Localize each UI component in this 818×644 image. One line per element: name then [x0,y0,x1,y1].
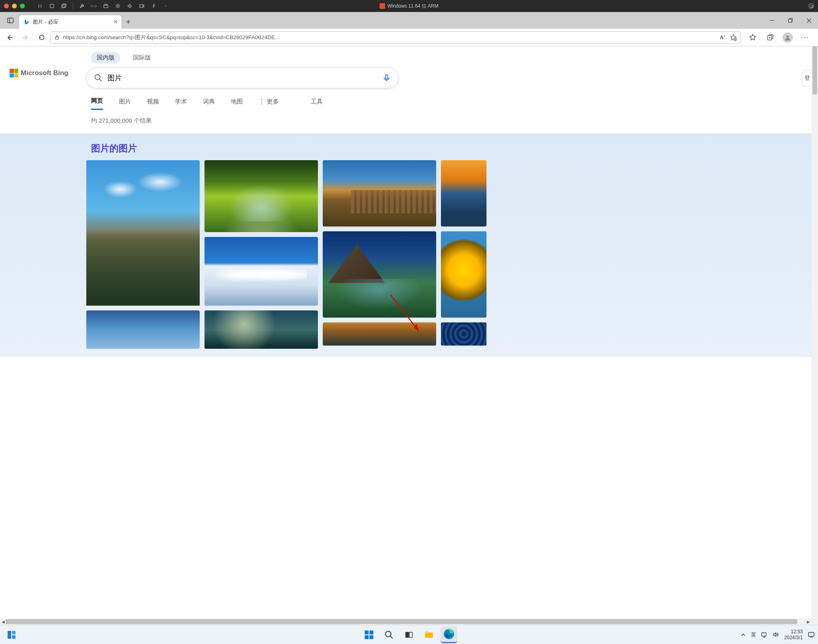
image-thumbnail[interactable] [204,310,318,349]
avatar-icon [782,32,793,43]
disk-icon[interactable] [103,3,109,9]
pause-icon[interactable] [37,3,43,9]
read-aloud-icon[interactable]: A›› [720,34,726,40]
image-thumbnail[interactable] [441,160,486,227]
image-thumbnail[interactable] [86,310,200,349]
stop-icon[interactable] [49,3,55,9]
mac-window-controls[interactable] [4,4,25,8]
svg-rect-28 [409,632,412,637]
image-thumbnail[interactable] [323,160,436,227]
tab-actions-button[interactable] [2,12,18,29]
bing-logo[interactable]: Microsoft Bing [10,69,68,78]
search-box[interactable] [86,68,399,88]
svg-rect-11 [56,37,59,40]
file-explorer-button[interactable] [421,626,437,643]
more-menu-icon[interactable]: ··· [798,30,812,45]
image-thumbnail[interactable] [441,322,486,346]
taskbar-date: 2024/3/1 [784,635,803,640]
collections-icon[interactable] [763,30,777,45]
address-bar[interactable]: https://cn.bing.com/search?q=图片&qs=SC&pq… [50,31,741,44]
widgets-button[interactable] [3,626,20,643]
search-input[interactable] [107,74,377,82]
bing-page: 登 Microsoft Bing 国内版 国际版 网页 图片 视频 学术 [0,46,812,618]
image-thumbnail[interactable] [204,237,318,306]
favorites-icon[interactable] [745,30,760,45]
chevron-left-icon[interactable]: ‹ [163,3,169,9]
image-thumbnail[interactable] [323,231,436,318]
new-tab-button[interactable]: + [121,15,135,29]
browser-tab[interactable]: 图片 - 必应 × [19,15,121,29]
snapshot-icon[interactable] [61,3,67,9]
svg-point-5 [117,6,119,7]
star-plus-icon[interactable] [730,34,737,41]
window-maximize-button[interactable] [781,12,800,29]
window-minimize-button[interactable] [763,12,781,29]
mac-minimize-icon[interactable] [12,4,17,8]
result-tab-maps[interactable]: 地图 [231,98,243,109]
edge-app-button[interactable] [441,626,457,643]
login-peek-button[interactable]: 登 [802,70,812,86]
image-section-heading[interactable]: 图片的图片 [91,142,812,155]
voice-search-icon[interactable] [382,74,391,82]
version-tabs: 国内版 国际版 [91,52,812,64]
result-tab-images[interactable]: 图片 [119,98,131,109]
browser-toolbar: https://cn.bing.com/search?q=图片&qs=SC&pq… [0,29,818,46]
svg-rect-27 [406,632,409,637]
taskbar-search-button[interactable] [381,626,397,643]
version-tab-international[interactable]: 国际版 [127,52,157,64]
tab-close-icon[interactable]: × [114,18,117,26]
code-icon[interactable]: <·> [91,3,97,9]
notification-center-icon[interactable] [808,631,815,638]
svg-rect-24 [365,635,369,639]
profile-button[interactable] [780,30,795,45]
cd-icon[interactable] [115,3,121,9]
tray-overflow-icon[interactable] [741,632,746,638]
result-tab-tools[interactable]: 工具 [311,98,323,109]
vertical-scrollbar[interactable] [812,46,818,625]
tab-title: 图片 - 必应 [33,18,58,26]
result-tab-web[interactable]: 网页 [91,97,103,110]
image-thumbnail[interactable] [323,322,436,346]
version-tab-domestic[interactable]: 国内版 [91,52,120,64]
vm-title-text: Windows 11 64 位 ARM [387,3,438,10]
taskbar-time: 12:53 [784,629,803,634]
svg-rect-20 [12,631,16,634]
svg-point-30 [444,629,454,639]
window-controls [763,12,818,29]
volume-icon[interactable] [772,631,779,638]
result-tab-academic[interactable]: 学术 [175,98,187,109]
horizontal-scrollbar[interactable]: ◀ ▶ [0,618,812,625]
image-thumbnail[interactable] [86,160,200,306]
svg-rect-25 [369,635,373,639]
image-thumbnail[interactable] [441,231,486,318]
vm-expand-icon[interactable] [808,3,814,9]
svg-rect-3 [104,5,108,8]
image-thumbnail[interactable] [204,160,318,232]
wrench-icon[interactable] [79,3,85,9]
site-info-icon[interactable] [54,34,60,40]
mac-close-icon[interactable] [4,4,9,8]
microsoft-logo-icon [10,69,18,78]
sound-icon[interactable] [127,3,133,9]
result-tab-dict[interactable]: 词典 [203,98,215,109]
start-button[interactable] [361,626,377,643]
taskbar-clock[interactable]: 12:53 2024/3/1 [784,629,803,640]
page-viewport: 登 Microsoft Bing 国内版 国际版 网页 图片 视频 学术 [0,46,818,625]
result-tab-more[interactable]: ⋮更多 [259,98,279,109]
ime-indicator[interactable]: 英 [751,631,756,638]
svg-rect-22 [365,630,369,634]
search-icon[interactable] [94,74,103,82]
result-tab-videos[interactable]: 视频 [147,98,159,109]
usb-icon[interactable] [151,3,157,9]
camera-icon[interactable] [139,3,145,9]
bing-logo-text: Microsoft Bing [21,69,68,77]
task-view-button[interactable] [401,626,417,643]
mac-zoom-icon[interactable] [20,4,25,8]
window-close-button[interactable] [800,12,818,29]
nav-back-button[interactable] [2,30,17,45]
svg-rect-0 [50,4,54,8]
result-tabs: 网页 图片 视频 学术 词典 地图 ⋮更多 工具 [91,97,812,110]
svg-rect-31 [762,633,766,636]
network-icon[interactable] [761,631,768,638]
nav-refresh-button[interactable] [34,30,49,45]
